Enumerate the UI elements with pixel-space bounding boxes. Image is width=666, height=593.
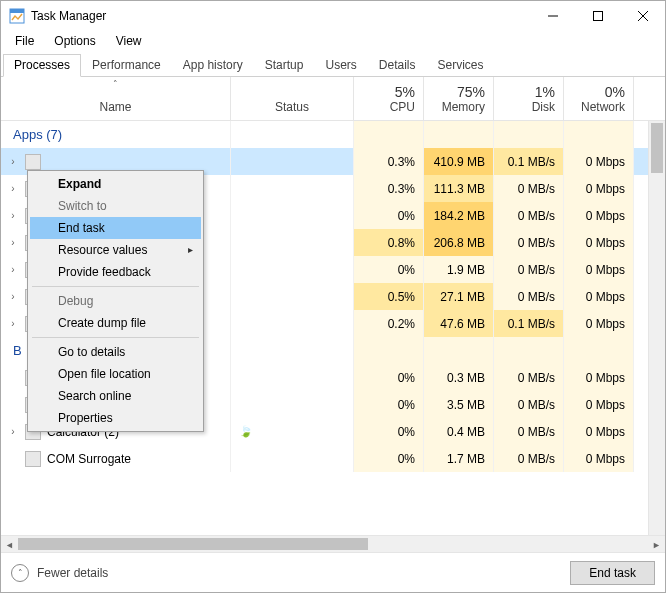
- section-apps[interactable]: Apps (7): [1, 121, 648, 148]
- ctx-go-to-details[interactable]: Go to details: [30, 341, 201, 363]
- vertical-scroll-thumb[interactable]: [651, 123, 663, 173]
- cell-disk: 0 MB/s: [494, 418, 564, 445]
- footer: ˄ Fewer details End task: [1, 552, 665, 592]
- cell-status: [231, 148, 354, 175]
- ctx-end-task[interactable]: End task: [30, 217, 201, 239]
- cell-name: COM Surrogate: [1, 445, 231, 472]
- cell-memory: [424, 337, 494, 364]
- scroll-left-button[interactable]: ◄: [1, 536, 18, 552]
- menu-file[interactable]: File: [7, 33, 42, 49]
- ctx-resource-values[interactable]: Resource values ▸: [30, 239, 201, 261]
- cell-cpu: [354, 121, 424, 148]
- col-header-status[interactable]: Status: [231, 77, 354, 120]
- window-controls: [530, 1, 665, 31]
- tab-details[interactable]: Details: [368, 54, 427, 77]
- cell-status: 🍃: [231, 418, 354, 445]
- cell-memory: 1.7 MB: [424, 445, 494, 472]
- cell-cpu: 0%: [354, 445, 424, 472]
- vertical-scrollbar[interactable]: [648, 121, 665, 535]
- ctx-debug[interactable]: Debug: [30, 290, 201, 312]
- maximize-button[interactable]: [575, 1, 620, 31]
- cell-network: 0 Mbps: [564, 418, 634, 445]
- col-status-label: Status: [275, 100, 309, 114]
- chevron-up-icon: ˄: [11, 564, 29, 582]
- col-network-label: Network: [581, 100, 625, 114]
- cell-network: 0 Mbps: [564, 364, 634, 391]
- chevron-right-icon[interactable]: ›: [7, 237, 19, 248]
- cell-status: [231, 445, 354, 472]
- ctx-open-file-location[interactable]: Open file location: [30, 363, 201, 385]
- svg-rect-3: [593, 12, 602, 21]
- horizontal-scrollbar[interactable]: ◄ ►: [1, 535, 665, 552]
- horizontal-scroll-thumb[interactable]: [18, 538, 368, 550]
- tab-users[interactable]: Users: [314, 54, 367, 77]
- tab-startup[interactable]: Startup: [254, 54, 315, 77]
- cell-status: [231, 256, 354, 283]
- cell-memory: 206.8 MB: [424, 229, 494, 256]
- cell-disk: 0 MB/s: [494, 391, 564, 418]
- col-header-disk[interactable]: 1% Disk: [494, 77, 564, 120]
- close-button[interactable]: [620, 1, 665, 31]
- menu-options[interactable]: Options: [46, 33, 103, 49]
- cell-network: [564, 121, 634, 148]
- minimize-button[interactable]: [530, 1, 575, 31]
- cell-cpu: 0.5%: [354, 283, 424, 310]
- cell-status: [231, 337, 354, 364]
- svg-rect-1: [10, 9, 24, 13]
- context-menu: Expand Switch to End task Resource value…: [27, 170, 204, 432]
- cell-disk: 0.1 MB/s: [494, 148, 564, 175]
- sort-indicator-icon: ˄: [113, 79, 118, 89]
- scroll-right-button[interactable]: ►: [648, 536, 665, 552]
- cell-cpu: 0.3%: [354, 148, 424, 175]
- app-icon: [9, 8, 25, 24]
- cell-cpu: 0%: [354, 364, 424, 391]
- chevron-right-icon[interactable]: ›: [7, 426, 19, 437]
- tab-processes[interactable]: Processes: [3, 54, 81, 77]
- cell-disk: [494, 121, 564, 148]
- cpu-total: 5%: [395, 84, 415, 100]
- cell-network: 0 Mbps: [564, 256, 634, 283]
- chevron-right-icon[interactable]: ›: [7, 291, 19, 302]
- cell-network: 0 Mbps: [564, 445, 634, 472]
- menu-view[interactable]: View: [108, 33, 150, 49]
- cell-cpu: 0%: [354, 391, 424, 418]
- tab-apphistory[interactable]: App history: [172, 54, 254, 77]
- end-task-button[interactable]: End task: [570, 561, 655, 585]
- cell-disk: 0 MB/s: [494, 256, 564, 283]
- ctx-provide-feedback[interactable]: Provide feedback: [30, 261, 201, 283]
- chevron-right-icon[interactable]: ›: [7, 264, 19, 275]
- chevron-right-icon[interactable]: ›: [7, 183, 19, 194]
- process-row[interactable]: COM Surrogate 0% 1.7 MB 0 MB/s 0 Mbps: [1, 445, 648, 472]
- ctx-create-dump[interactable]: Create dump file: [30, 312, 201, 334]
- tab-services[interactable]: Services: [427, 54, 495, 77]
- cell-network: 0 Mbps: [564, 229, 634, 256]
- ctx-expand[interactable]: Expand: [30, 173, 201, 195]
- column-headers: ˄ Name Status 5% CPU 75% Memory 1% Disk …: [1, 77, 665, 121]
- cell-status: [231, 310, 354, 337]
- col-cpu-label: CPU: [390, 100, 415, 114]
- col-header-cpu[interactable]: 5% CPU: [354, 77, 424, 120]
- ctx-properties[interactable]: Properties: [30, 407, 201, 429]
- fewer-details-toggle[interactable]: ˄ Fewer details: [11, 564, 108, 582]
- col-header-network[interactable]: 0% Network: [564, 77, 634, 120]
- col-header-name[interactable]: ˄ Name: [1, 77, 231, 120]
- cell-network: 0 Mbps: [564, 148, 634, 175]
- cell-disk: 0 MB/s: [494, 229, 564, 256]
- col-header-memory[interactable]: 75% Memory: [424, 77, 494, 120]
- section-apps-label: Apps (7): [1, 121, 231, 148]
- cell-memory: 1.9 MB: [424, 256, 494, 283]
- cell-status: [231, 391, 354, 418]
- process-name-label: COM Surrogate: [47, 452, 131, 466]
- chevron-right-icon[interactable]: ›: [7, 156, 19, 167]
- chevron-right-icon[interactable]: ›: [7, 210, 19, 221]
- cell-memory: 3.5 MB: [424, 391, 494, 418]
- col-disk-label: Disk: [532, 100, 555, 114]
- ctx-search-online[interactable]: Search online: [30, 385, 201, 407]
- tab-performance[interactable]: Performance: [81, 54, 172, 77]
- ctx-switch-to[interactable]: Switch to: [30, 195, 201, 217]
- cell-disk: 0 MB/s: [494, 364, 564, 391]
- memory-total: 75%: [457, 84, 485, 100]
- network-total: 0%: [605, 84, 625, 100]
- cell-disk: 0 MB/s: [494, 283, 564, 310]
- chevron-right-icon[interactable]: ›: [7, 318, 19, 329]
